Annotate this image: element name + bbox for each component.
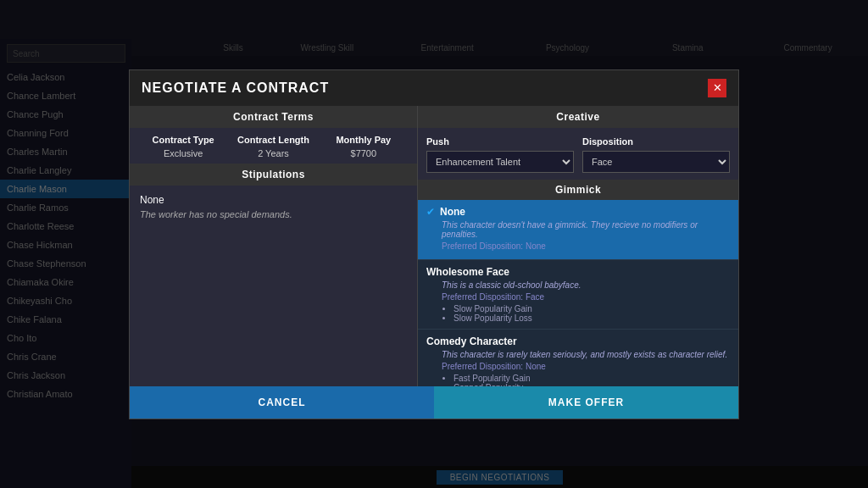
disposition-col: Disposition Face Heel Neutral [582, 136, 730, 173]
negotiate-contract-modal: NEGOTIATE A CONTRACT ✕ Contract Terms Co… [129, 69, 739, 419]
gimmick-check-icon: ✔ [426, 206, 435, 218]
gimmick-item-wholesome[interactable]: Wholesome Face This is a classic old-sch… [418, 260, 738, 330]
gimmick-header: Gimmick [418, 180, 738, 200]
push-select[interactable]: Enhancement Talent Lower Card Mid Card U… [426, 151, 574, 173]
modal-body: Contract Terms Contract Type Exclusive C… [130, 106, 738, 386]
contract-length-label: Contract Length [228, 135, 318, 145]
stipulations-description: The worker has no special demands. [140, 209, 407, 219]
contract-length-col: Contract Length 2 Years [228, 135, 318, 158]
creative-header: Creative [418, 106, 738, 128]
cancel-button[interactable]: CANCEL [130, 386, 434, 419]
gimmick-bullets: Slow Popularity Gain Slow Popularity Los… [426, 304, 730, 323]
stipulations-section: Stipulations None The worker has no spec… [130, 164, 417, 386]
push-col: Push Enhancement Talent Lower Card Mid C… [426, 136, 574, 173]
monthly-pay-label: Monthly Pay [319, 135, 409, 145]
modal-overlay: NEGOTIATE A CONTRACT ✕ Contract Terms Co… [0, 0, 868, 488]
gimmick-preferred: Preferred Disposition: Face [426, 292, 730, 302]
stipulations-none: None [140, 194, 407, 206]
disposition-select[interactable]: Face Heel Neutral [582, 151, 730, 173]
gimmick-bullet: Slow Popularity Loss [453, 313, 730, 323]
gimmick-name: Wholesome Face [426, 266, 509, 278]
contract-length-value: 2 Years [228, 148, 318, 158]
gimmick-desc: This character is rarely taken seriously… [426, 350, 730, 359]
stipulations-content: None The worker has no special demands. [130, 186, 417, 386]
stipulations-header: Stipulations [130, 164, 417, 186]
gimmick-item-header: ✔ None [426, 206, 730, 218]
modal-footer: CANCEL MAKE OFFER [130, 386, 738, 419]
gimmick-preferred: Preferred Disposition: None [426, 362, 730, 371]
gimmick-item-header: Comedy Character [426, 336, 730, 347]
disposition-label: Disposition [582, 136, 730, 147]
gimmick-desc: This is a classic old-school babyface. [426, 280, 730, 290]
gimmick-preferred: Preferred Disposition: None [426, 241, 730, 251]
gimmick-list[interactable]: ✔ None This character doesn't have a gim… [418, 200, 738, 386]
gimmick-desc: This character doesn't have a gimmick. T… [426, 220, 730, 239]
contract-terms-row: Contract Type Exclusive Contract Length … [130, 128, 417, 164]
gimmick-name: Comedy Character [426, 336, 517, 347]
gimmick-item-comedy[interactable]: Comedy Character This character is rarel… [418, 330, 738, 386]
contract-type-label: Contract Type [138, 135, 228, 145]
modal-title: NEGOTIATE A CONTRACT [142, 80, 329, 96]
modal-header: NEGOTIATE A CONTRACT ✕ [130, 70, 738, 106]
gimmick-bullet: Fast Popularity Gain [453, 374, 730, 383]
gimmick-name: None [440, 206, 465, 218]
contract-terms-header: Contract Terms [130, 106, 417, 128]
push-label: Push [426, 136, 574, 147]
gimmick-item-header: Wholesome Face [426, 266, 730, 278]
monthly-pay-value: $7700 [319, 148, 409, 158]
contract-type-col: Contract Type Exclusive [138, 135, 228, 158]
contract-type-value: Exclusive [138, 148, 228, 158]
gimmick-item-none[interactable]: ✔ None This character doesn't have a gim… [418, 200, 738, 260]
gimmick-bullet: Slow Popularity Gain [453, 304, 730, 313]
right-panel: Creative Push Enhancement Talent Lower C… [418, 106, 738, 386]
gimmick-bullets: Fast Popularity Gain Capped Popularity N… [426, 374, 730, 386]
creative-grid: Push Enhancement Talent Lower Card Mid C… [418, 128, 738, 180]
make-offer-button[interactable]: MAKE OFFER [434, 386, 738, 419]
left-panel: Contract Terms Contract Type Exclusive C… [130, 106, 418, 386]
modal-close-button[interactable]: ✕ [708, 79, 726, 97]
monthly-pay-col: Monthly Pay $7700 [319, 135, 409, 158]
